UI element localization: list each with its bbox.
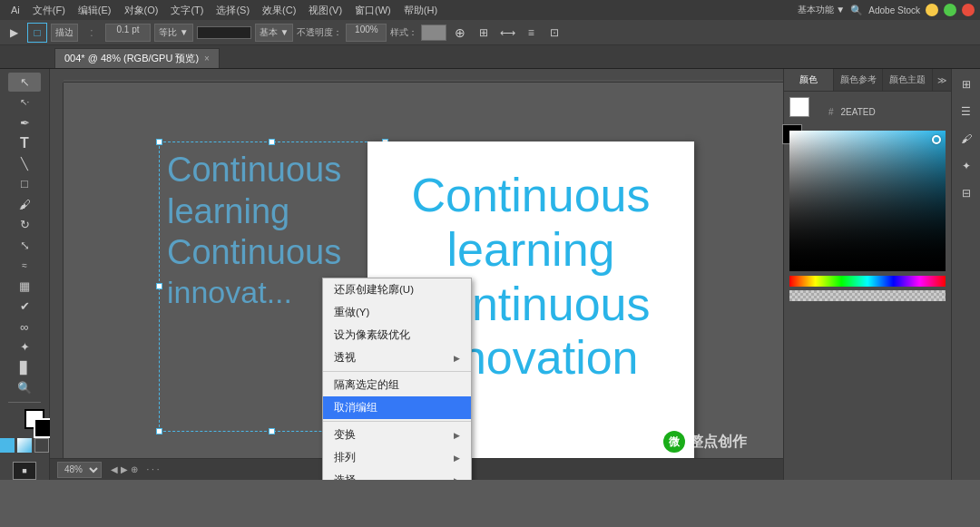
menu-help[interactable]: 帮助(H) xyxy=(398,2,443,19)
misc-icon5[interactable]: ⊡ xyxy=(544,23,564,43)
cm-pixel[interactable]: 设为像素级优化 xyxy=(323,324,471,346)
color-gradient-picker[interactable] xyxy=(789,131,946,271)
tab-close-button[interactable]: × xyxy=(204,54,210,63)
gradient-mode-icon[interactable] xyxy=(17,438,32,453)
rp-tab-more[interactable]: ≫ xyxy=(933,69,951,91)
stroke-ratio-dropdown[interactable]: 等比 ▼ xyxy=(154,24,193,42)
left-toolbar: ↖ ↖· ✒ T ╲ □ 🖌 ↻ ⤡ ≈ ▦ ✔ ∞ ✦ ▊ 🔍 ■ xyxy=(0,69,50,480)
misc-icon4[interactable]: ≡ xyxy=(521,23,541,43)
artboard-text-continuous1: Continuous xyxy=(386,169,676,223)
misc-icon2[interactable]: ⊞ xyxy=(474,23,494,43)
cm-ungroup[interactable]: 取消编组 xyxy=(323,396,471,419)
close-button[interactable] xyxy=(962,4,975,16)
tab-main[interactable]: 004* @ 48% (RGB/GPU 预览) × xyxy=(54,48,220,68)
cm-sep2 xyxy=(323,421,471,422)
menu-select[interactable]: 选择(S) xyxy=(211,2,255,19)
menu-effect[interactable]: 效果(C) xyxy=(257,2,301,19)
cm-redo-label: 重做(Y) xyxy=(334,306,369,319)
cm-arrange-label: 排列 xyxy=(334,451,356,464)
cm-arrange[interactable]: 排列 ▶ xyxy=(323,446,471,469)
menu-view[interactable]: 视图(V) xyxy=(303,2,348,19)
nav-arrows[interactable]: ◀ ▶ ⊕ xyxy=(111,464,138,474)
tool-warp[interactable]: ≈ xyxy=(8,257,41,276)
hex-hash: # xyxy=(828,107,834,117)
properties-icon[interactable]: ☰ xyxy=(955,100,978,123)
tool-blend[interactable]: ∞ xyxy=(8,317,41,337)
rp-tab-color-theme[interactable]: 颜色主题 xyxy=(883,69,933,91)
ruler-left xyxy=(50,83,64,480)
right-panel-tabs: 颜色 颜色参考 颜色主题 ≫ xyxy=(784,69,951,92)
menu-object[interactable]: 对象(O) xyxy=(119,2,164,19)
right-panel-container: 颜色 颜色参考 颜色主题 ≫ # 2EATED xyxy=(783,69,980,480)
stroke-width-input[interactable]: 0.1 pt xyxy=(105,24,151,42)
cm-arrange-arrow: ▶ xyxy=(454,454,460,463)
cm-perspective[interactable]: 透视 ▶ xyxy=(323,346,471,369)
maximize-button[interactable] xyxy=(944,4,956,16)
tool-brush[interactable]: 🖌 xyxy=(8,195,41,214)
cm-perspective-label: 透视 xyxy=(334,351,356,365)
handle-top-center[interactable] xyxy=(269,139,275,145)
tool-arrow[interactable]: ↖ xyxy=(8,73,41,92)
tool-column[interactable]: ▊ xyxy=(8,358,41,377)
foreground-swatch[interactable] xyxy=(789,97,809,117)
menu-text[interactable]: 文字(T) xyxy=(165,2,209,19)
stroke-dropdown[interactable]: 描边 xyxy=(51,24,78,42)
screen-mode-icon[interactable]: ■ xyxy=(13,462,36,480)
hex-input-area: # 2EATED xyxy=(828,107,876,117)
hue-slider[interactable] xyxy=(789,276,946,287)
cm-isolate[interactable]: 隔离选定的组 xyxy=(323,374,471,396)
misc-icon1[interactable]: ⊕ xyxy=(450,23,470,43)
mode-icons xyxy=(0,438,49,453)
basic-functions-label[interactable]: 基本功能 ▼ xyxy=(798,4,846,16)
cm-select[interactable]: 选择 ▶ xyxy=(323,469,471,480)
minimize-button[interactable] xyxy=(926,4,938,16)
tool-symbol[interactable]: ✦ xyxy=(8,338,41,357)
menu-edit[interactable]: 编辑(E) xyxy=(73,2,117,19)
menu-window[interactable]: 窗口(W) xyxy=(349,2,397,19)
handle-mid-left[interactable] xyxy=(156,283,162,289)
color-mode-icon[interactable] xyxy=(0,438,15,453)
zoom-select[interactable]: 48% xyxy=(57,462,102,478)
tool-line[interactable]: ╲ xyxy=(8,154,41,173)
stroke-style-dropdown[interactable]: 基本 ▼ xyxy=(255,24,294,42)
tool-scale[interactable]: ⤡ xyxy=(8,236,41,255)
tool-pen[interactable]: ✒ xyxy=(8,113,41,132)
brush-icon[interactable]: 🖌 xyxy=(955,127,978,151)
tool-type[interactable]: T xyxy=(8,134,41,153)
rp-tab-color[interactable]: 颜色 xyxy=(784,69,834,91)
misc-icon3[interactable]: ⟷ xyxy=(497,23,517,43)
symbol-icon[interactable]: ✦ xyxy=(955,154,978,178)
ruler-corner xyxy=(50,69,64,83)
color-picker-area: # 2EATED xyxy=(784,92,951,310)
handle-top-left[interactable] xyxy=(156,139,162,145)
alpha-slider[interactable] xyxy=(789,290,946,301)
layers-icon[interactable]: ⊞ xyxy=(955,73,978,96)
hex-value[interactable]: 2EATED xyxy=(841,107,876,117)
tool-eyedropper[interactable]: ✔ xyxy=(8,298,41,317)
toolbar-separator xyxy=(8,402,41,403)
watermark: 微 整点创作 xyxy=(663,431,747,453)
menu-file[interactable]: 文件(F) xyxy=(27,2,71,19)
tool-rotate[interactable]: ↻ xyxy=(8,216,41,235)
tool-direct-select[interactable]: ↖· xyxy=(8,93,41,112)
cm-transform[interactable]: 变换 ▶ xyxy=(323,424,471,446)
none-mode-icon[interactable] xyxy=(34,438,49,453)
cm-redo[interactable]: 重做(Y) xyxy=(323,301,471,324)
cm-sep1 xyxy=(323,371,471,372)
tool-gradient[interactable]: ▦ xyxy=(8,277,41,296)
grid-icon[interactable]: ⊟ xyxy=(955,181,978,205)
canvas-area[interactable]: Continuous learning Continuous innovat..… xyxy=(50,69,783,480)
handle-bot-center[interactable] xyxy=(269,428,275,434)
handle-bot-left[interactable] xyxy=(156,428,162,434)
rp-tab-color-ref[interactable]: 颜色参考 xyxy=(834,69,884,91)
tool-shape-icon[interactable]: □ xyxy=(27,23,47,43)
tool-select-icon[interactable]: ▶ xyxy=(4,23,24,43)
opacity-input[interactable]: 100% xyxy=(346,24,387,42)
search-icon[interactable]: 🔍 xyxy=(850,5,863,16)
watermark-text: 整点创作 xyxy=(689,433,747,452)
tool-rect[interactable]: □ xyxy=(8,175,41,194)
menu-ai[interactable]: Ai xyxy=(5,3,25,17)
style-preview[interactable] xyxy=(421,24,446,41)
tool-zoom[interactable]: 🔍 xyxy=(8,379,41,398)
cm-undo[interactable]: 还原创建轮廓(U) xyxy=(323,278,471,301)
